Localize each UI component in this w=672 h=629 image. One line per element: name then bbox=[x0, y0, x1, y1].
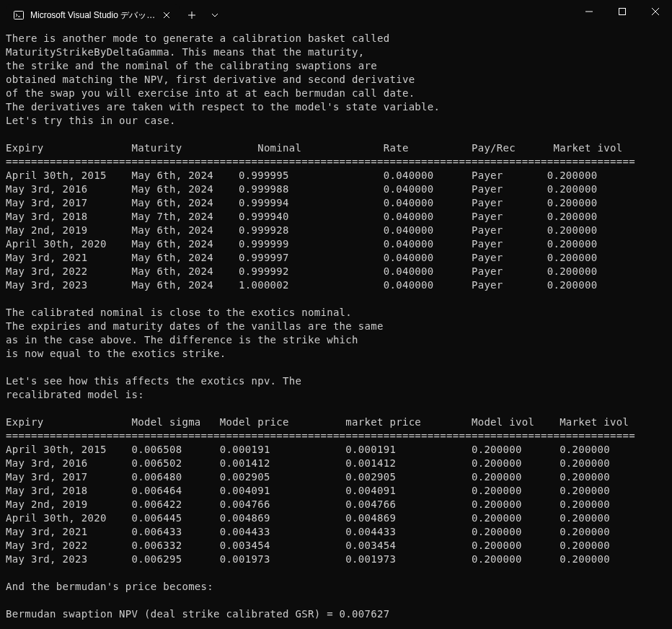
svg-rect-3 bbox=[619, 9, 626, 15]
minimize-button[interactable] bbox=[572, 0, 606, 23]
new-tab-button[interactable] bbox=[180, 4, 204, 26]
active-tab[interactable]: Microsoft Visual Studio デバッ… bbox=[6, 4, 180, 26]
close-window-button[interactable] bbox=[639, 0, 672, 23]
maximize-button[interactable] bbox=[606, 0, 639, 23]
svg-rect-0 bbox=[14, 12, 24, 19]
window-controls bbox=[572, 0, 672, 23]
tab-close-button[interactable] bbox=[161, 9, 172, 21]
titlebar-drag-area[interactable] bbox=[226, 0, 572, 26]
tab-title: Microsoft Visual Studio デバッ… bbox=[30, 9, 155, 22]
title-bar: Microsoft Visual Studio デバッ… bbox=[0, 0, 672, 26]
tab-dropdown-button[interactable] bbox=[204, 4, 226, 26]
console-icon bbox=[13, 9, 25, 21]
terminal-output[interactable]: There is another mode to generate a cali… bbox=[0, 26, 672, 629]
